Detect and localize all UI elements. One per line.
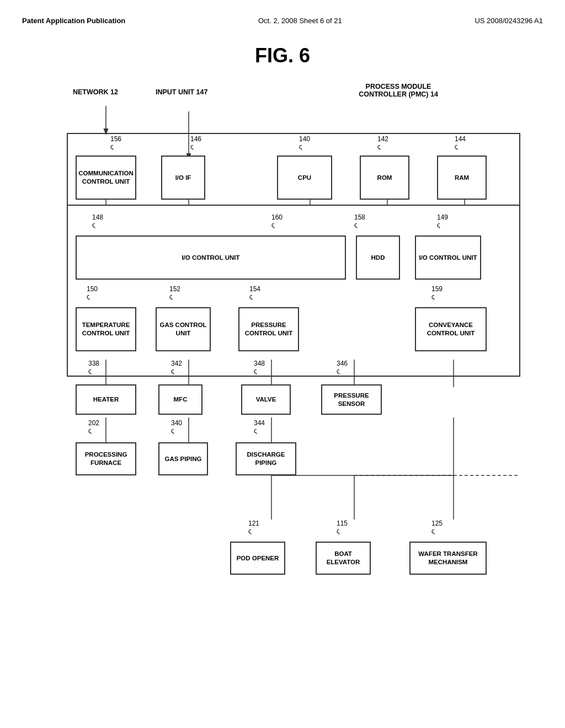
ram-box: RAM [437, 156, 487, 200]
discharge-piping-box: DISCHARGE PIPING [236, 442, 296, 475]
gas-piping-box: GAS PIPING [158, 442, 208, 475]
ref-159: 159ς [431, 285, 443, 301]
header-publication: Patent Application Publication [22, 17, 125, 25]
valve-box: VALVE [241, 384, 291, 415]
ref-121: 121ς [248, 520, 259, 535]
ref-156: 156ς [110, 135, 121, 151]
comm-control-box: COMMUNICATION CONTROL UNIT [76, 156, 136, 200]
ref-342: 342ς [171, 360, 182, 375]
header-date-sheet: Oct. 2, 2008 Sheet 6 of 21 [258, 17, 342, 25]
wafer-transfer-box: WAFER TRANSFER MECHANISM [409, 542, 487, 575]
io-control-main-box: I/O CONTROL UNIT [76, 235, 346, 280]
ref-150: 150ς [87, 285, 98, 301]
ref-348: 348ς [254, 360, 265, 375]
ref-146: 146ς [190, 135, 201, 151]
ref-152: 152ς [169, 285, 180, 301]
diagram: NETWORK 12 INPUT UNIT 147 PROCESS MODULE… [34, 78, 531, 657]
io-control-right-box: I/O CONTROL UNIT [415, 235, 481, 280]
ref-202: 202ς [88, 419, 99, 435]
ref-344: 344ς [254, 419, 265, 435]
header-patent-num: US 2008/0243296 A1 [475, 17, 543, 25]
ref-158: 158ς [354, 213, 365, 229]
ref-140: 140ς [299, 135, 310, 151]
conveyance-control-box: CONVEYANCE CONTROL UNIT [415, 307, 487, 351]
ref-148: 148ς [92, 213, 103, 229]
processing-furnace-box: PROCESSING FURNACE [76, 442, 136, 475]
cpu-box: CPU [277, 156, 332, 200]
network-label: NETWORK 12 [73, 88, 118, 96]
ref-144: 144ς [455, 135, 466, 151]
heater-box: HEATER [76, 384, 136, 415]
gas-control-box: GAS CONTROL UNIT [156, 307, 211, 351]
ref-340: 340ς [171, 419, 182, 435]
ref-160: 160ς [271, 213, 282, 229]
pmc-label: PROCESS MODULE CONTROLLER (PMC) 14 [343, 83, 454, 98]
ref-149: 149ς [437, 213, 448, 229]
input-unit-label: INPUT UNIT 147 [156, 88, 207, 96]
ref-346: 346ς [337, 360, 348, 375]
ref-125: 125ς [431, 520, 443, 535]
pressure-sensor-box: PRESSURE SENSOR [321, 384, 382, 415]
boat-elevator-box: BOAT ELEVATOR [316, 542, 371, 575]
ref-115: 115ς [337, 520, 348, 535]
ref-142: 142ς [377, 135, 388, 151]
rom-box: ROM [360, 156, 409, 200]
ref-338: 338ς [88, 360, 99, 375]
mfc-box: MFC [158, 384, 202, 415]
header: Patent Application Publication Oct. 2, 2… [22, 11, 543, 28]
figure-title: FIG. 6 [22, 44, 543, 67]
pod-opener-box: POD OPENER [230, 542, 285, 575]
ref-154: 154ς [249, 285, 260, 301]
page: Patent Application Publication Oct. 2, 2… [0, 0, 565, 728]
pressure-control-box: PRESSURE CONTROL UNIT [238, 307, 299, 351]
hdd-box: HDD [356, 235, 400, 280]
io-if-box: I/O IF [161, 156, 205, 200]
temp-control-box: TEMPERATURE CONTROL UNIT [76, 307, 136, 351]
